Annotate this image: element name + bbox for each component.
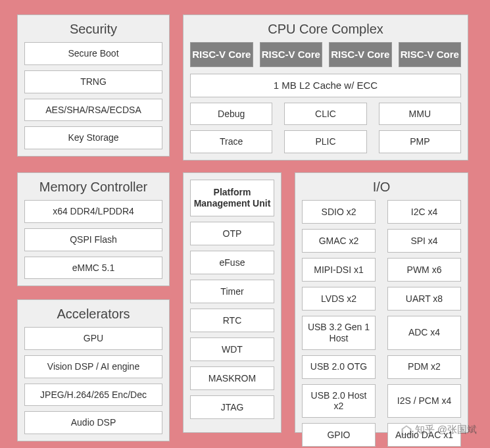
gpio-item: GPIO: [302, 423, 376, 447]
cpu-core-complex-block: CPU Core Complex RISC-V Core RISC-V Core…: [183, 14, 468, 161]
l2-cache-item: 1 MB L2 Cache w/ ECC: [190, 74, 461, 97]
codec-item: JPEG/H.264/265 Enc/Dec: [24, 384, 162, 407]
sdio-item: SDIO x2: [302, 200, 376, 224]
emmc-item: eMMC 5.1: [24, 257, 162, 280]
efuse-item: eFuse: [190, 251, 274, 274]
accel-title: Accelerators: [24, 307, 162, 322]
pwm-item: PWM x6: [387, 258, 461, 282]
mmu-item: MMU: [379, 103, 461, 126]
timer-item: Timer: [190, 280, 274, 303]
riscv-core-3: RISC-V Core: [399, 42, 462, 67]
io-title: I/O: [302, 180, 461, 195]
cpu-title: CPU Core Complex: [190, 22, 461, 37]
vision-dsp-item: Vision DSP / AI engine: [24, 355, 162, 378]
riscv-core-1: RISC-V Core: [260, 42, 323, 67]
io-block: I/O SDIO x2 I2C x4 GMAC x2 SPI x4 MIPI-D…: [295, 172, 468, 433]
security-block: Security Secure Boot TRNG AES/SHA/RSA/EC…: [17, 14, 170, 157]
jtag-item: JTAG: [190, 395, 274, 419]
spi-item: SPI x4: [387, 229, 461, 253]
adc-item: ADC x4: [387, 316, 461, 350]
trng-item: TRNG: [24, 70, 162, 93]
riscv-core-2: RISC-V Core: [329, 42, 392, 67]
otp-item: OTP: [190, 222, 274, 245]
watermark-text: 知乎 @张国斌: [415, 424, 477, 436]
aes-sha-rsa-ecdsa-item: AES/SHA/RSA/ECDSA: [24, 99, 162, 122]
plic-item: PLIC: [284, 130, 366, 153]
uart-item: UART x8: [387, 287, 461, 311]
rtc-item: RTC: [190, 309, 274, 332]
clic-item: CLIC: [284, 103, 366, 126]
watermark: 知乎 @张国斌: [401, 424, 477, 436]
secure-boot-item: Secure Boot: [24, 42, 162, 65]
gpu-item: GPU: [24, 327, 162, 350]
pmp-item: PMP: [379, 130, 461, 153]
debug-item: Debug: [190, 103, 272, 126]
zhihu-icon: [401, 424, 412, 436]
key-storage-item: Key Storage: [24, 126, 162, 149]
wdt-item: WDT: [190, 337, 274, 361]
i2c-item: I2C x4: [387, 200, 461, 224]
gmac-item: GMAC x2: [302, 229, 376, 253]
accelerators-block: Accelerators GPU Vision DSP / AI engine …: [17, 299, 170, 441]
qspi-flash-item: QSPI Flash: [24, 228, 162, 251]
riscv-core-0: RISC-V Core: [190, 42, 253, 67]
lvds-item: LVDS x2: [302, 287, 376, 311]
trace-item: Trace: [190, 130, 272, 153]
memctrl-title: Memory Controller: [24, 180, 162, 195]
audio-dsp-item: Audio DSP: [24, 411, 162, 434]
i2s-pcm-item: I2S / PCM x4: [387, 384, 461, 418]
mipi-dsi-item: MIPI-DSI x1: [302, 258, 376, 282]
security-title: Security: [24, 22, 162, 37]
pdm-item: PDM x2: [387, 355, 461, 379]
usb20host-item: USB 2.0 Host x2: [302, 384, 376, 418]
ddr-item: x64 DDR4/LPDDR4: [24, 200, 162, 223]
maskrom-item: MASKROM: [190, 366, 274, 390]
usb20otg-item: USB 2.0 OTG: [302, 355, 376, 379]
memory-controller-block: Memory Controller x64 DDR4/LPDDR4 QSPI F…: [17, 172, 170, 286]
pmu-block: Platform Management Unit OTP eFuse Timer…: [183, 172, 282, 433]
pmu-title-item: Platform Management Unit: [190, 180, 274, 216]
usb32-item: USB 3.2 Gen 1 Host: [302, 316, 376, 350]
